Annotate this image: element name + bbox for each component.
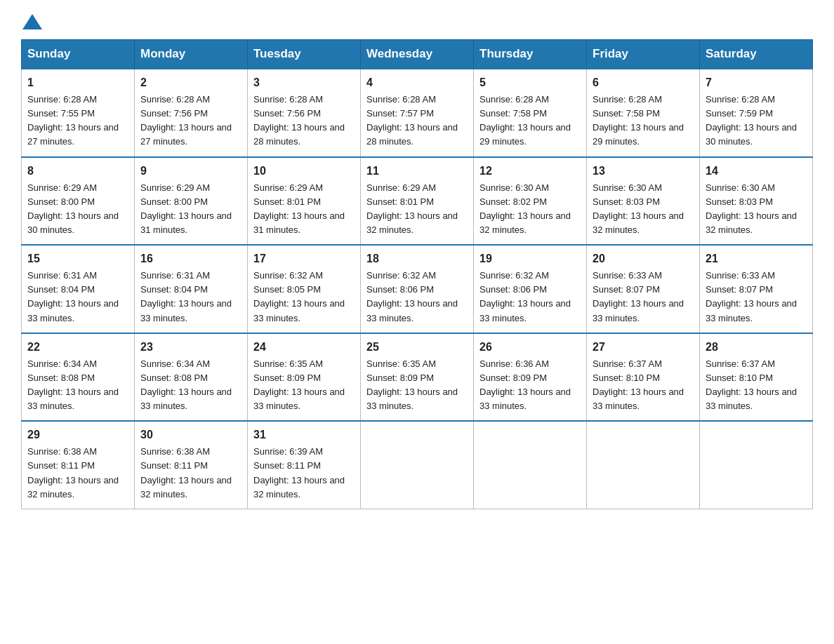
day-number: 29 [27, 427, 128, 443]
day-number: 6 [593, 74, 694, 91]
day-info: Sunrise: 6:33 AMSunset: 8:07 PMDaylight:… [593, 270, 684, 323]
day-number: 9 [140, 163, 241, 180]
day-number: 23 [140, 339, 241, 356]
day-number: 1 [27, 74, 128, 91]
day-info: Sunrise: 6:33 AMSunset: 8:07 PMDaylight:… [706, 270, 797, 323]
calendar-week-row: 8 Sunrise: 6:29 AMSunset: 8:00 PMDayligh… [22, 157, 813, 246]
calendar-week-row: 1 Sunrise: 6:28 AMSunset: 7:55 PMDayligh… [22, 69, 813, 157]
calendar-day-cell: 6 Sunrise: 6:28 AMSunset: 7:58 PMDayligh… [587, 69, 700, 157]
calendar-day-cell: 21 Sunrise: 6:33 AMSunset: 8:07 PMDaylig… [700, 245, 813, 333]
calendar-header: SundayMondayTuesdayWednesdayThursdayFrid… [22, 40, 813, 69]
day-number: 30 [140, 427, 241, 443]
calendar-day-cell: 3 Sunrise: 6:28 AMSunset: 7:56 PMDayligh… [248, 69, 361, 157]
calendar-day-cell: 10 Sunrise: 6:29 AMSunset: 8:01 PMDaylig… [248, 157, 361, 246]
page-header [21, 14, 813, 27]
day-info: Sunrise: 6:29 AMSunset: 8:00 PMDaylight:… [27, 182, 119, 235]
day-of-week-header: Wednesday [361, 40, 474, 69]
calendar-week-row: 29 Sunrise: 6:38 AMSunset: 8:11 PMDaylig… [22, 421, 813, 509]
day-info: Sunrise: 6:38 AMSunset: 8:11 PMDaylight:… [140, 446, 232, 499]
day-number: 15 [27, 250, 128, 267]
day-info: Sunrise: 6:30 AMSunset: 8:03 PMDaylight:… [706, 182, 797, 235]
days-of-week-row: SundayMondayTuesdayWednesdayThursdayFrid… [22, 40, 813, 69]
day-info: Sunrise: 6:29 AMSunset: 8:01 PMDaylight:… [253, 182, 345, 235]
calendar-day-cell: 1 Sunrise: 6:28 AMSunset: 7:55 PMDayligh… [22, 69, 135, 157]
day-info: Sunrise: 6:36 AMSunset: 8:09 PMDaylight:… [479, 358, 571, 411]
day-number: 10 [253, 163, 355, 180]
calendar-day-cell [587, 421, 700, 509]
day-of-week-header: Sunday [22, 40, 135, 69]
day-number: 27 [593, 339, 694, 356]
day-number: 18 [366, 250, 468, 267]
calendar-day-cell: 16 Sunrise: 6:31 AMSunset: 8:04 PMDaylig… [135, 245, 248, 333]
day-info: Sunrise: 6:29 AMSunset: 8:01 PMDaylight:… [366, 182, 458, 235]
day-of-week-header: Saturday [700, 40, 813, 69]
calendar-day-cell: 23 Sunrise: 6:34 AMSunset: 8:08 PMDaylig… [135, 333, 248, 422]
day-of-week-header: Friday [587, 40, 700, 69]
day-number: 31 [253, 427, 355, 443]
day-info: Sunrise: 6:34 AMSunset: 8:08 PMDaylight:… [27, 358, 119, 411]
day-info: Sunrise: 6:28 AMSunset: 7:56 PMDaylight:… [140, 94, 232, 147]
day-info: Sunrise: 6:28 AMSunset: 7:58 PMDaylight:… [479, 94, 571, 147]
day-info: Sunrise: 6:35 AMSunset: 8:09 PMDaylight:… [366, 358, 458, 411]
day-info: Sunrise: 6:28 AMSunset: 7:57 PMDaylight:… [366, 94, 458, 147]
logo-area [21, 14, 44, 27]
day-of-week-header: Thursday [474, 40, 587, 69]
day-info: Sunrise: 6:29 AMSunset: 8:00 PMDaylight:… [140, 182, 232, 235]
calendar-day-cell: 25 Sunrise: 6:35 AMSunset: 8:09 PMDaylig… [361, 333, 474, 422]
calendar-table: SundayMondayTuesdayWednesdayThursdayFrid… [21, 39, 813, 509]
day-info: Sunrise: 6:32 AMSunset: 8:06 PMDaylight:… [479, 270, 571, 323]
day-info: Sunrise: 6:35 AMSunset: 8:09 PMDaylight:… [253, 358, 345, 411]
day-info: Sunrise: 6:28 AMSunset: 7:55 PMDaylight:… [27, 94, 119, 147]
day-info: Sunrise: 6:31 AMSunset: 8:04 PMDaylight:… [140, 270, 232, 323]
calendar-day-cell: 19 Sunrise: 6:32 AMSunset: 8:06 PMDaylig… [474, 245, 587, 333]
day-number: 21 [706, 250, 807, 267]
day-info: Sunrise: 6:30 AMSunset: 8:02 PMDaylight:… [479, 182, 571, 235]
day-number: 4 [366, 74, 468, 91]
day-number: 8 [27, 163, 128, 180]
day-info: Sunrise: 6:32 AMSunset: 8:06 PMDaylight:… [366, 270, 458, 323]
day-number: 16 [140, 250, 241, 267]
calendar-day-cell: 31 Sunrise: 6:39 AMSunset: 8:11 PMDaylig… [248, 421, 361, 509]
calendar-day-cell: 20 Sunrise: 6:33 AMSunset: 8:07 PMDaylig… [587, 245, 700, 333]
day-number: 24 [253, 339, 355, 356]
day-number: 13 [593, 163, 694, 180]
day-info: Sunrise: 6:28 AMSunset: 7:56 PMDaylight:… [253, 94, 345, 147]
calendar-day-cell [361, 421, 474, 509]
calendar-day-cell: 22 Sunrise: 6:34 AMSunset: 8:08 PMDaylig… [22, 333, 135, 422]
calendar-day-cell: 27 Sunrise: 6:37 AMSunset: 8:10 PMDaylig… [587, 333, 700, 422]
day-number: 26 [479, 339, 581, 356]
calendar-day-cell: 18 Sunrise: 6:32 AMSunset: 8:06 PMDaylig… [361, 245, 474, 333]
day-number: 20 [593, 250, 694, 267]
calendar-day-cell: 14 Sunrise: 6:30 AMSunset: 8:03 PMDaylig… [700, 157, 813, 246]
day-number: 28 [706, 339, 807, 356]
logo [21, 14, 44, 29]
calendar-day-cell: 24 Sunrise: 6:35 AMSunset: 8:09 PMDaylig… [248, 333, 361, 422]
day-info: Sunrise: 6:37 AMSunset: 8:10 PMDaylight:… [706, 358, 797, 411]
day-of-week-header: Tuesday [248, 40, 361, 69]
day-info: Sunrise: 6:30 AMSunset: 8:03 PMDaylight:… [593, 182, 684, 235]
day-number: 12 [479, 163, 581, 180]
day-number: 25 [366, 339, 468, 356]
day-number: 5 [479, 74, 581, 91]
calendar-body: 1 Sunrise: 6:28 AMSunset: 7:55 PMDayligh… [22, 69, 813, 509]
day-number: 2 [140, 74, 241, 91]
calendar-week-row: 22 Sunrise: 6:34 AMSunset: 8:08 PMDaylig… [22, 333, 813, 422]
calendar-day-cell: 15 Sunrise: 6:31 AMSunset: 8:04 PMDaylig… [22, 245, 135, 333]
day-number: 17 [253, 250, 355, 267]
day-info: Sunrise: 6:34 AMSunset: 8:08 PMDaylight:… [140, 358, 232, 411]
calendar-day-cell: 5 Sunrise: 6:28 AMSunset: 7:58 PMDayligh… [474, 69, 587, 157]
day-number: 7 [706, 74, 807, 91]
calendar-day-cell: 12 Sunrise: 6:30 AMSunset: 8:02 PMDaylig… [474, 157, 587, 246]
calendar-day-cell: 9 Sunrise: 6:29 AMSunset: 8:00 PMDayligh… [135, 157, 248, 246]
calendar-day-cell: 8 Sunrise: 6:29 AMSunset: 8:00 PMDayligh… [22, 157, 135, 246]
logo-triangle-icon [22, 14, 42, 29]
day-number: 11 [366, 163, 468, 180]
calendar-day-cell: 2 Sunrise: 6:28 AMSunset: 7:56 PMDayligh… [135, 69, 248, 157]
calendar-day-cell [474, 421, 587, 509]
day-number: 14 [706, 163, 807, 180]
calendar-day-cell: 30 Sunrise: 6:38 AMSunset: 8:11 PMDaylig… [135, 421, 248, 509]
day-number: 3 [253, 74, 355, 91]
calendar-day-cell: 7 Sunrise: 6:28 AMSunset: 7:59 PMDayligh… [700, 69, 813, 157]
calendar-week-row: 15 Sunrise: 6:31 AMSunset: 8:04 PMDaylig… [22, 245, 813, 333]
calendar-day-cell: 13 Sunrise: 6:30 AMSunset: 8:03 PMDaylig… [587, 157, 700, 246]
